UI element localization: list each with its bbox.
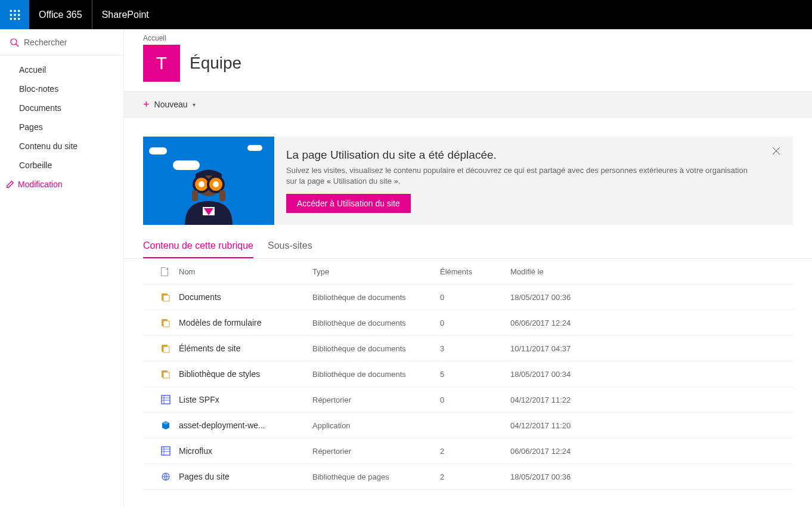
nav-list: Accueil Bloc-notes Documents Pages Conte… <box>0 55 123 194</box>
col-name[interactable]: Nom <box>172 267 312 276</box>
site-header: T Équipe <box>124 42 812 91</box>
content-table: Nom Type Éléments Modifié le DocumentsBi… <box>124 259 812 490</box>
svg-rect-7 <box>14 18 16 20</box>
table-row[interactable]: Éléments de siteBibliothèque de document… <box>143 336 793 361</box>
row-modified: 04/12/2017 11:20 <box>510 421 793 430</box>
row-name[interactable]: Bibliothèque de styles <box>172 369 312 379</box>
row-elements: 2 <box>440 472 510 481</box>
tab-subsites[interactable]: Sous-sites <box>268 234 312 258</box>
chevron-down-icon: ▾ <box>193 101 196 108</box>
waffle-icon <box>9 9 21 21</box>
row-type: Bibliothèque de documents <box>312 370 440 379</box>
row-type: Bibliothèque de documents <box>312 344 440 353</box>
nav-item-accueil[interactable]: Accueil <box>0 60 123 79</box>
svg-rect-17 <box>219 190 225 201</box>
row-elements: 3 <box>440 344 510 353</box>
row-icon <box>143 318 172 327</box>
row-name[interactable]: Éléments de site <box>172 344 312 353</box>
svg-rect-28 <box>163 372 169 378</box>
table-row[interactable]: Pages du siteBibliothèque de pages218/05… <box>143 464 793 490</box>
notification-banner: La page Utilisation du site a été déplac… <box>143 137 793 225</box>
svg-rect-24 <box>163 321 169 327</box>
row-type: Répertorier <box>312 395 440 404</box>
svg-rect-3 <box>10 14 11 16</box>
banner-body: Suivez les visites, visualisez le conten… <box>286 165 757 187</box>
search-icon <box>10 38 19 47</box>
row-name[interactable]: Liste SPFx <box>172 395 312 404</box>
row-type: Bibliothèque de documents <box>312 319 440 327</box>
svg-line-10 <box>16 44 18 47</box>
site-logo-tile: T <box>143 45 180 82</box>
row-modified: 18/05/2017 00:36 <box>510 472 793 481</box>
main-content: Accueil T Équipe + Nouveau ▾ <box>124 29 812 507</box>
svg-point-15 <box>213 181 219 187</box>
row-elements: 0 <box>440 293 510 302</box>
global-suite-bar: Office 365 SharePoint <box>0 0 812 29</box>
table-row[interactable]: Liste SPFxRépertorier004/12/2017 11:22 <box>143 387 793 413</box>
new-button[interactable]: + Nouveau ▾ <box>143 98 196 111</box>
row-type: Répertorier <box>312 447 440 456</box>
tab-contents[interactable]: Contenu de cette rubrique <box>143 234 253 258</box>
svg-point-14 <box>199 181 204 187</box>
row-icon <box>143 292 172 302</box>
table-row[interactable]: DocumentsBibliothèque de documents018/05… <box>143 285 793 310</box>
row-type: Application <box>312 421 440 430</box>
row-icon <box>143 446 172 456</box>
nav-item-corbeille[interactable]: Corbeille <box>0 156 123 175</box>
banner-illustration <box>143 137 274 225</box>
row-icon <box>143 472 172 481</box>
table-row[interactable]: Modèles de formulaireBibliothèque de doc… <box>143 310 793 336</box>
svg-rect-5 <box>18 14 20 16</box>
row-name[interactable]: Pages du site <box>172 472 312 481</box>
nav-item-pages[interactable]: Pages <box>0 118 123 137</box>
file-icon <box>161 267 168 276</box>
svg-rect-6 <box>10 18 11 20</box>
nav-item-documents[interactable]: Documents <box>0 98 123 118</box>
row-name[interactable]: Modèles de formulaire <box>172 318 312 327</box>
row-type: Bibliothèque de documents <box>312 293 440 302</box>
row-type: Bibliothèque de pages <box>312 472 440 481</box>
row-elements: 0 <box>440 319 510 327</box>
svg-rect-22 <box>163 295 169 301</box>
table-row[interactable]: asset-deployment-we...Application04/12/2… <box>143 413 793 438</box>
table-row[interactable]: Bibliothèque de stylesBibliothèque de do… <box>143 361 793 387</box>
svg-rect-33 <box>162 447 170 455</box>
row-name[interactable]: Microflux <box>172 446 312 456</box>
plus-icon: + <box>143 98 150 111</box>
app-launcher-button[interactable] <box>0 0 29 29</box>
nav-edit-label: Modification <box>18 180 63 189</box>
nav-item-blocnotes[interactable]: Bloc-notes <box>0 79 123 98</box>
nav-item-contenu[interactable]: Contenu du site <box>0 137 123 156</box>
suite-brand[interactable]: Office 365 <box>29 0 92 29</box>
search-box[interactable]: Rechercher <box>0 29 123 55</box>
row-modified: 06/06/2017 12:24 <box>510 319 793 327</box>
svg-rect-16 <box>192 190 198 201</box>
table-row[interactable]: MicrofluxRépertorier206/06/2017 12:24 <box>143 438 793 464</box>
row-modified: 10/11/2017 04:37 <box>510 344 793 353</box>
nav-edit-link[interactable]: Modification <box>0 175 123 194</box>
row-name[interactable]: asset-deployment-we... <box>172 421 312 430</box>
page-title: Équipe <box>190 54 241 73</box>
svg-point-9 <box>11 39 17 45</box>
svg-rect-4 <box>14 14 16 16</box>
edit-icon <box>6 180 14 188</box>
row-elements: 2 <box>440 447 510 456</box>
breadcrumb[interactable]: Accueil <box>124 29 812 42</box>
col-modified[interactable]: Modifié le <box>510 267 793 276</box>
svg-rect-2 <box>18 10 20 11</box>
col-type[interactable]: Type <box>312 267 440 276</box>
row-icon <box>143 395 172 404</box>
person-binoculars-icon <box>173 153 244 225</box>
row-name[interactable]: Documents <box>172 292 312 302</box>
table-header-row: Nom Type Éléments Modifié le <box>143 259 793 285</box>
svg-rect-0 <box>10 10 11 11</box>
row-modified: 18/05/2017 00:34 <box>510 370 793 379</box>
banner-close-button[interactable] <box>769 144 783 158</box>
suite-app-name[interactable]: SharePoint <box>92 0 159 29</box>
row-elements: 0 <box>440 395 510 404</box>
banner-heading: La page Utilisation du site a été déplac… <box>286 149 757 162</box>
col-elements[interactable]: Éléments <box>440 267 510 276</box>
banner-action-button[interactable]: Accéder à Utilisation du site <box>286 194 411 213</box>
row-elements: 5 <box>440 370 510 379</box>
content-tabs: Contenu de cette rubrique Sous-sites <box>124 234 812 259</box>
